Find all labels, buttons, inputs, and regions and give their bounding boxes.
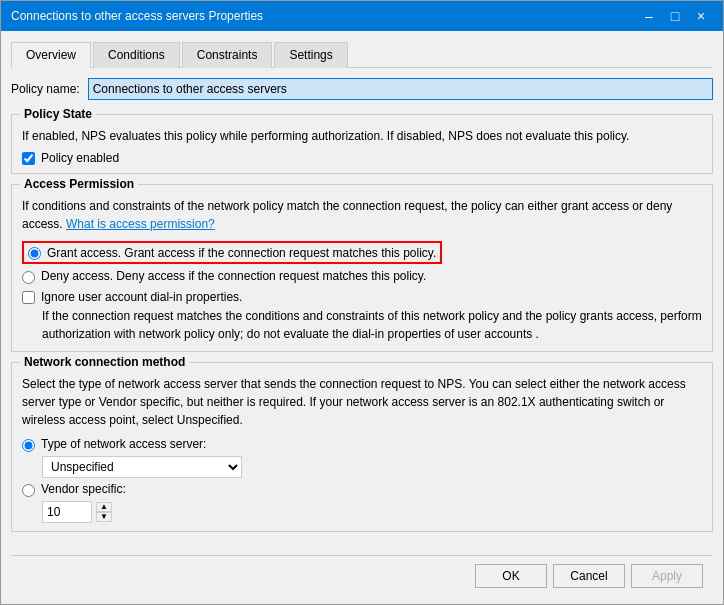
grant-access-radio[interactable]: [28, 247, 41, 260]
dialog-content: Overview Conditions Constraints Settings…: [1, 31, 723, 604]
tab-conditions[interactable]: Conditions: [93, 42, 180, 68]
network-connection-title: Network connection method: [20, 355, 189, 369]
grant-access-row: Grant access. Grant access if the connec…: [22, 241, 702, 264]
maximize-button[interactable]: □: [663, 6, 687, 26]
tab-overview[interactable]: Overview: [11, 42, 91, 68]
ok-button[interactable]: OK: [475, 564, 547, 588]
unspecified-dropdown-row: Unspecified: [42, 456, 702, 478]
grant-access-label: Grant access. Grant access if the connec…: [22, 241, 442, 264]
policy-name-label: Policy name:: [11, 82, 80, 96]
policy-state-description: If enabled, NPS evaluates this policy wh…: [22, 127, 702, 145]
policy-name-input[interactable]: [88, 78, 713, 100]
vendor-radio-row: Vendor specific:: [22, 482, 702, 497]
ignore-dialin-label: Ignore user account dial-in properties.: [41, 290, 242, 304]
spinner-up-button[interactable]: ▲: [96, 502, 112, 512]
ignore-dialin-checkbox[interactable]: [22, 291, 35, 304]
type-radio[interactable]: [22, 439, 35, 452]
cancel-button[interactable]: Cancel: [553, 564, 625, 588]
policy-enabled-checkbox[interactable]: [22, 152, 35, 165]
tab-constraints[interactable]: Constraints: [182, 42, 273, 68]
policy-state-group: Policy State If enabled, NPS evaluates t…: [11, 114, 713, 174]
vendor-radio[interactable]: [22, 484, 35, 497]
apply-button[interactable]: Apply: [631, 564, 703, 588]
type-radio-row: Type of network access server:: [22, 437, 702, 452]
tab-bar: Overview Conditions Constraints Settings: [11, 41, 713, 68]
policy-enabled-row: Policy enabled: [22, 151, 702, 165]
tab-settings[interactable]: Settings: [274, 42, 347, 68]
ignore-dialin-description: If the connection request matches the co…: [42, 307, 702, 343]
deny-access-row: Deny access. Deny access if the connecti…: [22, 269, 702, 284]
access-permission-description: If conditions and constraints of the net…: [22, 197, 702, 233]
close-button[interactable]: ×: [689, 6, 713, 26]
vendor-spinner-input[interactable]: [42, 501, 92, 523]
minimize-button[interactable]: –: [637, 6, 661, 26]
access-permission-group: Access Permission If conditions and cons…: [11, 184, 713, 352]
access-permission-title: Access Permission: [20, 177, 138, 191]
ignore-dialin-row: Ignore user account dial-in properties.: [22, 290, 702, 304]
policy-enabled-label: Policy enabled: [41, 151, 119, 165]
policy-state-title: Policy State: [20, 107, 96, 121]
title-bar: Connections to other access servers Prop…: [1, 1, 723, 31]
spinner-buttons: ▲ ▼: [96, 502, 112, 522]
network-type-dropdown[interactable]: Unspecified: [42, 456, 242, 478]
dialog-window: Connections to other access servers Prop…: [0, 0, 724, 605]
access-permission-link[interactable]: What is access permission?: [66, 217, 215, 231]
network-connection-group: Network connection method Select the typ…: [11, 362, 713, 532]
network-connection-description: Select the type of network access server…: [22, 375, 702, 429]
policy-name-row: Policy name:: [11, 78, 713, 100]
dialog-body: Policy name: Policy State If enabled, NP…: [11, 78, 713, 555]
dialog-footer: OK Cancel Apply: [11, 555, 713, 594]
window-title: Connections to other access servers Prop…: [11, 9, 263, 23]
spinner-down-button[interactable]: ▼: [96, 512, 112, 522]
deny-access-radio[interactable]: [22, 271, 35, 284]
title-bar-buttons: – □ ×: [637, 6, 713, 26]
vendor-spinner-row: ▲ ▼: [42, 501, 702, 523]
